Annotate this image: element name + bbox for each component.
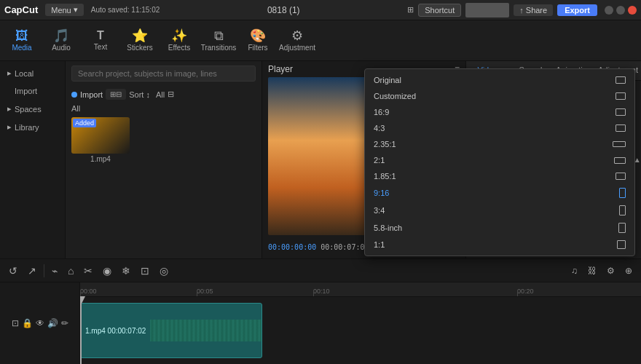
ratio-original[interactable]: Original <box>365 72 634 88</box>
toolbar-adjustment-label: Adjustment <box>279 44 315 52</box>
search-input[interactable] <box>71 66 256 82</box>
media-filename: 1.mp4 <box>71 155 130 163</box>
all-label: All <box>156 90 165 99</box>
toolbar-stickers[interactable]: ⭐ Stickers <box>121 23 159 59</box>
ratio-customized-icon <box>616 92 626 100</box>
ratio-4-3[interactable]: 4:3 <box>365 120 634 136</box>
media-thumbnail: Added <box>71 117 130 154</box>
tl-zoom-btn[interactable]: ◎ <box>157 264 171 278</box>
timeline-area: ⊡ 🔒 👁 🔊 ✏ 00:00 00:05 00:10 00:20 1.mp4 <box>0 282 641 364</box>
track-edit-btn[interactable]: ✏ <box>61 318 68 328</box>
sort-button[interactable]: Sort ↕ <box>129 90 150 99</box>
ratio-16-9-icon <box>616 108 626 116</box>
track-row-video: 1.mp4 00:00:07:02 <box>80 297 641 364</box>
shortcut-button[interactable]: Shortcut <box>418 4 461 17</box>
toolbar-transitions[interactable]: ⧉ Transitions <box>200 23 237 59</box>
tl-snap-btn[interactable]: ⊡ <box>138 264 152 278</box>
stickers-icon: ⭐ <box>132 29 148 42</box>
view-toggle-button[interactable]: ⊞⊟ <box>106 89 126 100</box>
ratio-3-4-icon <box>619 205 626 215</box>
ratio-235-icon <box>613 141 626 147</box>
video-clip[interactable]: 1.mp4 00:00:07:02 <box>80 303 262 358</box>
maximize-button[interactable] <box>616 6 625 15</box>
toolbar-transitions-label: Transitions <box>201 44 237 52</box>
tl-fullscreen-btn[interactable]: ⊕ <box>622 264 635 277</box>
ratio-16-9[interactable]: 16:9 <box>365 104 634 120</box>
left-panel: ▸ Local Import ▸ Spaces ▸ Library <box>0 61 66 258</box>
topbar: CapCut Menu ▾ Auto saved: 11:15:02 0818 … <box>0 0 641 20</box>
clip-label: 1.mp4 00:00:07:02 <box>81 327 150 335</box>
track-audio-btn[interactable]: 🔊 <box>47 318 58 328</box>
effects-icon: ✨ <box>171 29 187 42</box>
filters-icon: 🎨 <box>250 29 266 42</box>
adjustment-icon: ⚙ <box>291 29 303 42</box>
ratio-3-4[interactable]: 3:4 <box>365 202 634 219</box>
view-icon: ⊞ <box>407 5 414 15</box>
toolbar-audio-label: Audio <box>52 44 71 52</box>
time-0: 00:00 <box>80 288 97 295</box>
tl-audio-btn[interactable]: ♫ <box>568 264 581 277</box>
filter-button[interactable]: ⊟ <box>168 90 174 99</box>
import-dot <box>71 92 77 98</box>
tl-delete-btn[interactable]: ✂ <box>81 264 95 278</box>
toolbar-filters[interactable]: 🎨 Filters <box>239 23 277 59</box>
track-lock-btn[interactable]: 🔒 <box>22 318 33 328</box>
ratio-2-1[interactable]: 2:1 <box>365 152 634 168</box>
tl-split-btn[interactable]: ⌁ <box>49 264 60 278</box>
ratio-1-1[interactable]: 1:1 <box>365 237 634 253</box>
panel-section-local: ▸ Local Import ▸ Spaces ▸ Library <box>0 61 65 139</box>
panel-local[interactable]: ▸ Local <box>0 64 65 82</box>
current-time: 00:00:00:00 <box>268 243 316 251</box>
toolbar-effects[interactable]: ✨ Effects <box>160 23 198 59</box>
panel-spaces[interactable]: ▸ Spaces <box>0 100 65 118</box>
ratio-1-1-icon <box>617 240 626 249</box>
time-20: 00:20 <box>517 288 534 295</box>
track-hide-btn[interactable]: 👁 <box>36 318 44 328</box>
panel-library[interactable]: ▸ Library <box>0 118 65 136</box>
tl-trim-btn[interactable]: ⌂ <box>65 264 76 278</box>
close-button[interactable] <box>628 6 637 15</box>
tl-undo-btn[interactable]: ↺ <box>6 264 20 278</box>
export-button[interactable]: Export <box>557 4 597 16</box>
added-badge: Added <box>73 119 96 127</box>
share-button[interactable]: ↑ Share <box>514 4 553 16</box>
tl-right-controls: ♫ ⛓ ⚙ ⊕ <box>568 264 635 277</box>
main-area: ▸ Local Import ▸ Spaces ▸ Library Import <box>0 61 641 258</box>
toolbar-stickers-label: Stickers <box>127 44 153 52</box>
minimize-button[interactable] <box>605 6 613 15</box>
toolbar-adjustment[interactable]: ⚙ Adjustment <box>278 23 316 59</box>
media-item[interactable]: Added 1.mp4 <box>71 117 130 163</box>
import-button[interactable]: Import <box>71 90 103 99</box>
toolbar-media[interactable]: 🖼 Media <box>3 23 41 59</box>
ratio-185-icon <box>616 173 626 180</box>
toolbar-text[interactable]: T Text <box>82 23 119 59</box>
menu-button[interactable]: Menu ▾ <box>45 4 84 16</box>
toolbar-text-label: Text <box>94 43 107 51</box>
preview-thumb <box>465 3 509 17</box>
ratio-9-16[interactable]: 9:16 <box>365 184 634 202</box>
tl-cursor-btn[interactable]: ↗ <box>25 264 39 278</box>
ratio-235-1[interactable]: 2.35:1 <box>365 136 634 152</box>
tl-loop-btn[interactable]: ◉ <box>100 264 114 278</box>
toolbar-filters-label: Filters <box>248 44 267 52</box>
media-icon: 🖼 <box>15 29 28 42</box>
ratio-185-1[interactable]: 1.85:1 <box>365 168 634 184</box>
media-panel: Import ⊞⊟ Sort ↕ All ⊟ All Added 1.mp4 <box>66 61 262 258</box>
panel-import[interactable]: Import <box>0 82 65 100</box>
timeline-toolbar: ↺ ↗ ⌁ ⌂ ✂ ◉ ❄ ⊡ ◎ ♫ ⛓ ⚙ ⊕ <box>0 259 641 282</box>
media-toolbar: Import ⊞⊟ Sort ↕ All ⊟ <box>66 86 261 103</box>
ratio-9-16-icon <box>619 188 626 198</box>
toolbar-effects-label: Effects <box>168 44 190 52</box>
ratio-58inch[interactable]: 5.8-inch <box>365 219 634 237</box>
tl-freeze-btn[interactable]: ❄ <box>119 264 133 278</box>
tl-settings-btn[interactable]: ⚙ <box>604 264 618 277</box>
clip-waveform <box>150 320 261 341</box>
track-select-btn[interactable]: ⊡ <box>12 318 19 328</box>
time-5: 00:05 <box>197 288 213 295</box>
ratio-customized[interactable]: Customized <box>365 88 634 104</box>
transitions-icon: ⧉ <box>214 29 224 42</box>
ratio-4-3-icon <box>616 124 626 132</box>
toolbar-audio[interactable]: 🎵 Audio <box>42 23 80 59</box>
tl-link-btn[interactable]: ⛓ <box>585 264 599 277</box>
all-text: All <box>66 103 261 114</box>
